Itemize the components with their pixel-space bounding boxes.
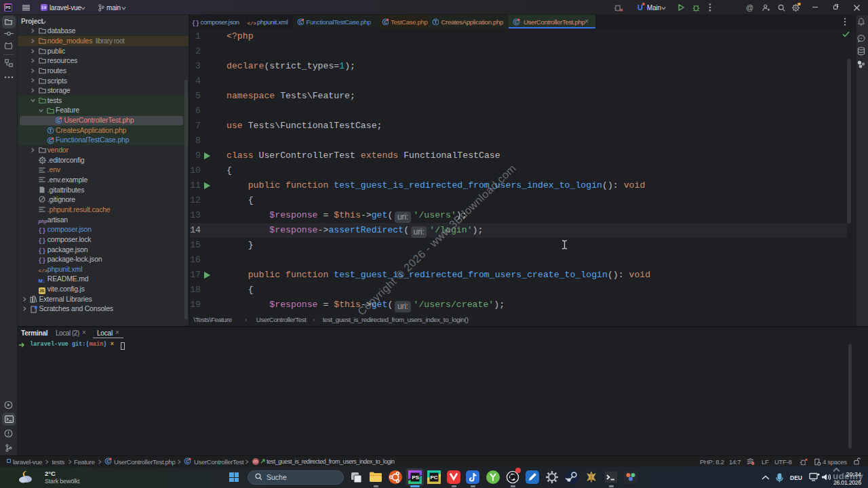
svg-text:T: T — [49, 128, 52, 133]
svg-text:T: T — [435, 20, 437, 24]
svg-text:PC: PC — [431, 474, 438, 481]
svg-text:PS: PS — [412, 474, 420, 481]
